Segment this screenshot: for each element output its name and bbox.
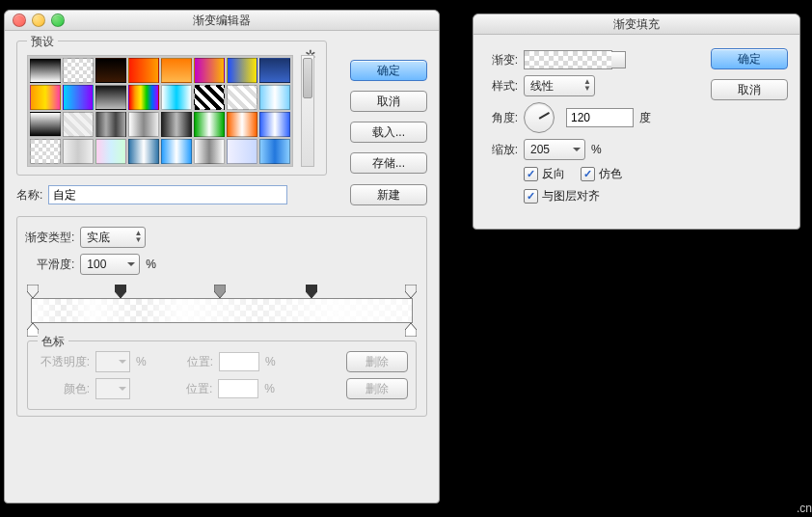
scale-value: 205 — [530, 143, 550, 156]
load-button[interactable]: 载入... — [350, 122, 427, 143]
window-controls — [13, 14, 65, 27]
preset-swatch[interactable] — [95, 58, 126, 83]
color-swatch-select — [95, 378, 130, 399]
preset-swatch[interactable] — [194, 85, 225, 110]
fill-cancel-button[interactable]: 取消 — [711, 79, 788, 100]
fill-titlebar[interactable]: 渐变填充 — [474, 14, 799, 35]
style-value: 线性 — [530, 78, 554, 95]
preset-scrollbar[interactable] — [301, 55, 314, 167]
preset-grid[interactable] — [27, 55, 293, 167]
zoom-icon[interactable] — [51, 14, 65, 27]
type-label: 渐变类型: — [25, 230, 74, 246]
opacity-unit: % — [136, 355, 147, 368]
angle-dial[interactable] — [524, 102, 555, 133]
preset-swatch[interactable] — [227, 139, 257, 164]
preset-swatch[interactable] — [63, 139, 94, 164]
reverse-checkbox[interactable]: ✓ 反向 — [524, 166, 565, 182]
preset-swatch[interactable] — [259, 112, 290, 137]
cancel-button[interactable]: 取消 — [350, 91, 427, 112]
preset-swatch[interactable] — [161, 112, 192, 137]
color-label: 颜色: — [36, 381, 90, 397]
preset-swatch[interactable] — [161, 58, 192, 83]
smoothness-select[interactable]: 100 — [80, 254, 140, 275]
gradient-label: 渐变: — [485, 52, 518, 68]
preset-swatch[interactable] — [194, 58, 225, 83]
dither-checkbox[interactable]: ✓ 仿色 — [581, 166, 622, 182]
position1-input — [219, 352, 259, 371]
opacity-stop[interactable] — [214, 285, 226, 298]
close-icon[interactable] — [13, 14, 26, 27]
stops-fieldset: 色标 不透明度: % 位置: % 删除 颜色: — [27, 340, 417, 410]
editor-titlebar[interactable]: 渐变编辑器 — [5, 11, 439, 31]
new-button[interactable]: 新建 — [350, 184, 427, 205]
preset-swatch[interactable] — [227, 85, 257, 110]
preset-swatch[interactable] — [227, 58, 257, 83]
fill-ok-button[interactable]: 确定 — [711, 48, 788, 69]
align-label: 与图层对齐 — [542, 188, 600, 204]
svg-marker-6 — [405, 323, 417, 337]
type-select[interactable]: 实底 ▲▼ — [80, 227, 146, 248]
preset-swatch[interactable] — [128, 112, 159, 137]
editor-button-column: 确定 取消 载入... 存储... — [350, 60, 427, 174]
presets-fieldset: 预设 ✲ — [16, 41, 327, 176]
reverse-label: 反向 — [542, 166, 565, 182]
svg-marker-3 — [306, 285, 317, 298]
opacity-stop[interactable] — [306, 285, 317, 298]
preset-swatch[interactable] — [95, 139, 126, 164]
angle-unit: 度 — [639, 110, 651, 126]
preset-swatch[interactable] — [128, 58, 159, 83]
type-value: 实底 — [87, 230, 110, 246]
angle-label: 角度: — [485, 110, 518, 126]
gradient-settings-fieldset: 渐变类型: 实底 ▲▼ 平滑度: 100 % — [16, 216, 427, 417]
scale-label: 缩放: — [485, 142, 518, 158]
editor-title: 渐变编辑器 — [193, 13, 251, 29]
svg-marker-2 — [214, 285, 226, 298]
preset-swatch[interactable] — [95, 112, 126, 137]
opacity-label: 不透明度: — [36, 354, 90, 370]
stops-legend: 色标 — [38, 334, 68, 350]
align-checkbox[interactable]: ✓ 与图层对齐 — [524, 188, 600, 204]
opacity-stop[interactable] — [405, 285, 417, 298]
gradient-bar[interactable] — [31, 288, 413, 333]
smoothness-value: 100 — [87, 258, 106, 271]
opacity-stop[interactable] — [27, 285, 39, 298]
fill-title: 渐变填充 — [613, 16, 660, 33]
preset-swatch[interactable] — [95, 85, 126, 110]
delete-color-stop-button: 删除 — [346, 378, 408, 399]
preset-swatch[interactable] — [30, 139, 61, 164]
preset-swatch[interactable] — [161, 139, 192, 164]
watermark-text: .cn — [797, 502, 812, 515]
scale-unit: % — [591, 143, 602, 156]
preset-swatch[interactable] — [161, 85, 192, 110]
gradient-preview-dropdown[interactable] — [524, 50, 612, 69]
scale-select[interactable]: 205 — [524, 139, 585, 160]
preset-swatch[interactable] — [194, 139, 225, 164]
position1-label: 位置: — [187, 354, 213, 370]
ok-button[interactable]: 确定 — [350, 60, 427, 81]
opacity-stop[interactable] — [115, 285, 126, 298]
preset-swatch[interactable] — [30, 58, 61, 83]
position2-unit: % — [264, 382, 275, 395]
preset-swatch[interactable] — [259, 58, 290, 83]
angle-input[interactable] — [566, 108, 634, 127]
preset-swatch[interactable] — [227, 112, 257, 137]
opacity-value-select — [95, 351, 130, 372]
preset-swatch[interactable] — [63, 112, 94, 137]
preset-swatch[interactable] — [63, 58, 94, 83]
color-stop[interactable] — [405, 323, 417, 337]
minimize-icon[interactable] — [32, 14, 45, 27]
svg-marker-1 — [115, 285, 126, 298]
preset-swatch[interactable] — [259, 139, 290, 164]
style-select[interactable]: 线性 ▲▼ — [524, 75, 595, 96]
save-button[interactable]: 存储... — [350, 152, 427, 174]
preset-swatch[interactable] — [259, 85, 290, 110]
preset-swatch[interactable] — [128, 85, 159, 110]
preset-swatch[interactable] — [194, 112, 225, 137]
preset-swatch[interactable] — [63, 85, 94, 110]
delete-opacity-stop-button: 删除 — [346, 351, 408, 372]
preset-swatch[interactable] — [30, 85, 61, 110]
preset-swatch[interactable] — [128, 139, 159, 164]
smoothness-unit: % — [146, 258, 156, 271]
name-input[interactable] — [48, 185, 287, 204]
preset-swatch[interactable] — [30, 112, 61, 137]
